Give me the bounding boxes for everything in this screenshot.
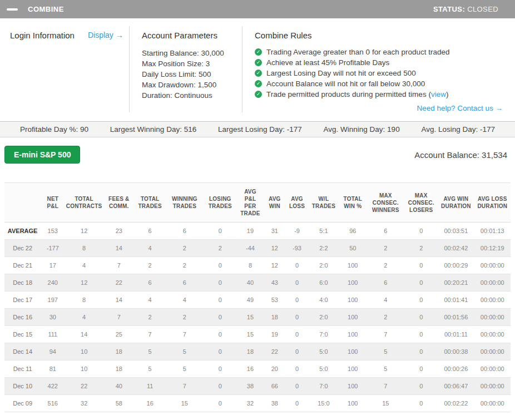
view-link[interactable]: view xyxy=(431,90,446,98)
table-cell: 00:20:21 xyxy=(438,274,474,291)
account-balance-label: Account Balance: xyxy=(414,150,479,160)
collapse-icon[interactable] xyxy=(7,8,18,11)
table-row: Dec 21174722081202:01002000:00:2900:00:0… xyxy=(4,257,511,274)
product-tab-emini-sp500[interactable]: E-mini S&P 500 xyxy=(4,146,80,164)
table-cell: 2 xyxy=(166,309,204,326)
check-icon: ✓ xyxy=(255,48,262,56)
account-parameters-panel: Account Parameters Starting Balance: 30,… xyxy=(129,26,242,112)
table-cell: 4:0 xyxy=(309,291,339,309)
table-cell: 0 xyxy=(204,291,237,309)
daily-stats-table-wrap: NET P&LTOTAL CONTRACTSFEES & COMM.TOTAL … xyxy=(0,164,515,412)
check-icon: ✓ xyxy=(255,70,262,77)
table-cell: 0 xyxy=(404,395,438,412)
combine-rules-panel: Combine Rules ✓ Trading Average greater … xyxy=(242,26,505,112)
table-cell: 2 xyxy=(404,240,438,257)
table-cell: 2:0 xyxy=(309,309,339,326)
rule-text: Trade permitted products during permitte… xyxy=(266,89,448,100)
column-header: AVG WIN DURATION xyxy=(438,183,474,223)
table-cell: 8 xyxy=(65,240,103,257)
table-cell: 100 xyxy=(339,395,367,412)
table-cell: 50 xyxy=(339,240,367,257)
stat-avg-winning-day: Avg. Winning Day: 190 xyxy=(324,125,400,134)
status-label: STATUS: xyxy=(433,5,465,13)
row-label-cell: Dec 21 xyxy=(4,257,41,274)
status-badge: STATUS:CLOSED xyxy=(433,5,498,13)
table-cell: 8 xyxy=(237,257,264,274)
param-max-drawdown: Max Drawdown: 1,500 xyxy=(142,80,242,90)
table-cell: 94 xyxy=(41,343,65,360)
table-cell: 40 xyxy=(103,378,134,395)
check-icon: ✓ xyxy=(255,80,262,87)
account-parameters-title: Account Parameters xyxy=(142,31,242,40)
table-cell: 0 xyxy=(285,309,308,326)
table-cell: 0 xyxy=(404,257,438,274)
table-cell: 422 xyxy=(41,378,65,395)
table-cell: 100 xyxy=(339,309,367,326)
table-cell: 5 xyxy=(367,360,404,378)
row-label-cell: Dec 11 xyxy=(4,360,41,378)
table-cell: 0 xyxy=(204,274,237,291)
table-cell: 2 xyxy=(166,240,204,257)
table-cell: 0 xyxy=(204,223,237,240)
table-row: Dec 095163258161503238015:010015000:02:2… xyxy=(4,395,511,412)
table-cell: 7 xyxy=(135,326,166,343)
table-cell: 0 xyxy=(204,257,237,274)
table-row: Dec 17197814440495304:01004000:01:4100:0… xyxy=(4,291,511,309)
param-starting-balance: Starting Balance: 30,000 xyxy=(142,48,242,58)
column-header: TOTAL CONTRACTS xyxy=(65,183,103,223)
table-cell: 96 xyxy=(339,223,367,240)
table-cell: 15 xyxy=(367,395,404,412)
row-label-cell: Dec 14 xyxy=(4,343,41,360)
page-title: COMBINE xyxy=(28,5,64,13)
table-cell: 0 xyxy=(404,309,438,326)
row-label-cell: Dec 17 xyxy=(4,291,41,309)
table-cell: 00:00:00 xyxy=(474,378,511,395)
table-cell: 4 xyxy=(367,291,404,309)
table-cell: 30 xyxy=(41,309,65,326)
param-duration: Duration: Continuous xyxy=(142,90,242,101)
table-cell: 100 xyxy=(339,326,367,343)
table-cell: -93 xyxy=(285,240,308,257)
table-cell: 00:00:00 xyxy=(474,257,511,274)
rule-text: Achieve at least 45% Profitable Days xyxy=(266,57,389,68)
table-row: AVERAGE15312236601931-95:1966000:03:5100… xyxy=(4,223,511,240)
contact-us-link[interactable]: Need help? Contact us → xyxy=(417,104,503,112)
table-cell: 153 xyxy=(41,223,65,240)
column-header: WINNING TRADES xyxy=(166,183,204,223)
help-line: Need help? Contact us → xyxy=(255,104,505,112)
daily-stats-table: NET P&LTOTAL CONTRACTSFEES & COMM.TOTAL … xyxy=(4,182,511,412)
table-cell: 2 xyxy=(135,257,166,274)
table-cell: 0 xyxy=(404,326,438,343)
table-cell: 18 xyxy=(264,309,285,326)
table-cell: 00:00:00 xyxy=(474,326,511,343)
table-cell: 00:03:51 xyxy=(438,223,474,240)
table-cell: 0 xyxy=(285,360,308,378)
table-cell: 516 xyxy=(41,395,65,412)
table-cell: 7 xyxy=(367,378,404,395)
param-daily-loss-limit: Daily Loss Limit: 500 xyxy=(142,69,242,80)
table-cell: 240 xyxy=(41,274,65,291)
column-header: TOTAL TRADES xyxy=(135,183,166,223)
table-cell: 6 xyxy=(367,274,404,291)
table-cell: 20 xyxy=(264,360,285,378)
account-balance-value: 31,534 xyxy=(482,150,507,160)
rule-item: ✓ Largest Losing Day will not hit or exc… xyxy=(255,68,505,78)
display-link[interactable]: Display → xyxy=(88,31,123,39)
table-row: Dec 151111425770151907:01007000:01:1100:… xyxy=(4,326,511,343)
rule-text: Account Balance will not hit or fall bel… xyxy=(266,78,425,89)
table-cell: 00:00:38 xyxy=(438,343,474,360)
table-cell: 49 xyxy=(237,291,264,309)
table-cell: 2 xyxy=(367,240,404,257)
table-cell: 6 xyxy=(166,274,204,291)
table-cell: 0 xyxy=(204,378,237,395)
table-cell: 00:00:26 xyxy=(438,360,474,378)
table-cell: 7 xyxy=(367,326,404,343)
stat-label: Avg. Winning Day: xyxy=(324,125,385,134)
table-cell: 19 xyxy=(237,223,264,240)
table-row: Dec 163047220151802:01002000:01:5600:00:… xyxy=(4,309,511,326)
table-cell: 0 xyxy=(404,360,438,378)
account-balance: Account Balance: 31,534 xyxy=(414,150,508,160)
table-cell: 6 xyxy=(166,223,204,240)
table-cell: 0 xyxy=(204,395,237,412)
column-header: NET P&L xyxy=(41,183,65,223)
